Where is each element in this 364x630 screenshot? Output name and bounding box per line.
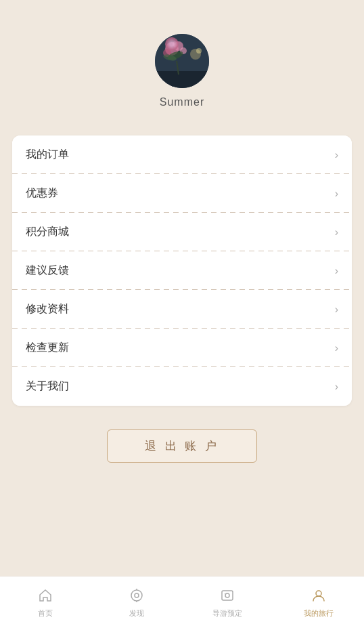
svg-rect-1 xyxy=(155,71,209,88)
tab-item-mytravel[interactable]: 我的旅行 xyxy=(273,576,365,630)
tab-item-guide[interactable]: 导游预定 xyxy=(182,576,273,630)
svg-rect-16 xyxy=(222,591,233,600)
menu-item-points-mall[interactable]: 积分商城› xyxy=(12,213,352,251)
tab-icon-discover xyxy=(129,588,144,606)
menu-card: 我的订单›优惠券›积分商城›建议反馈›修改资料›检查更新›关于我们› xyxy=(12,135,352,406)
menu-item-arrow-feedback: › xyxy=(335,265,338,277)
menu-item-label-check-update: 检查更新 xyxy=(26,341,69,355)
logout-section: 退 出 账 户 xyxy=(0,419,364,476)
tab-icon-guide xyxy=(220,588,235,606)
page-container: Summer 我的订单›优惠券›积分商城›建议反馈›修改资料›检查更新›关于我们… xyxy=(0,0,364,630)
menu-item-edit-profile[interactable]: 修改资料› xyxy=(12,290,352,329)
menu-item-label-about-us: 关于我们 xyxy=(26,379,69,394)
menu-item-coupons[interactable]: 优惠券› xyxy=(12,174,352,213)
menu-item-label-orders: 我的订单 xyxy=(26,148,69,162)
menu-item-arrow-check-update: › xyxy=(335,342,338,354)
username-label: Summer xyxy=(160,96,204,108)
tab-bar: 首页 发现 导游预定 我的旅行 xyxy=(0,576,364,630)
menu-item-about-us[interactable]: 关于我们› xyxy=(12,367,352,406)
menu-item-arrow-edit-profile: › xyxy=(335,303,338,316)
tab-icon-home xyxy=(38,588,53,606)
svg-point-19 xyxy=(316,591,321,596)
tab-label-discover: 发现 xyxy=(129,608,144,618)
menu-item-label-points-mall: 积分商城 xyxy=(26,225,69,239)
menu-item-orders[interactable]: 我的订单› xyxy=(12,135,352,174)
menu-item-label-coupons: 优惠券 xyxy=(26,186,58,201)
menu-item-arrow-orders: › xyxy=(335,149,338,161)
menu-item-arrow-points-mall: › xyxy=(335,226,338,238)
menu-item-label-edit-profile: 修改资料 xyxy=(26,302,69,316)
menu-item-arrow-about-us: › xyxy=(335,381,338,393)
svg-point-3 xyxy=(196,48,202,54)
tab-label-home: 首页 xyxy=(38,608,53,618)
tab-item-home[interactable]: 首页 xyxy=(0,576,91,630)
tab-icon-mytravel xyxy=(311,588,326,606)
svg-point-13 xyxy=(135,593,139,597)
avatar[interactable] xyxy=(155,34,209,88)
tab-label-mytravel: 我的旅行 xyxy=(304,608,334,618)
svg-point-12 xyxy=(131,590,142,601)
avatar-image xyxy=(155,34,209,88)
menu-item-label-feedback: 建议反馈 xyxy=(26,264,69,278)
svg-point-17 xyxy=(225,593,229,597)
menu-item-check-update[interactable]: 检查更新› xyxy=(12,329,352,367)
tab-item-discover[interactable]: 发现 xyxy=(91,576,183,630)
logout-button[interactable]: 退 出 账 户 xyxy=(107,429,257,463)
svg-point-8 xyxy=(173,41,178,47)
menu-item-feedback[interactable]: 建议反馈› xyxy=(12,251,352,290)
menu-item-arrow-coupons: › xyxy=(335,188,338,200)
profile-section: Summer xyxy=(0,0,364,129)
tab-label-guide: 导游预定 xyxy=(212,608,242,618)
